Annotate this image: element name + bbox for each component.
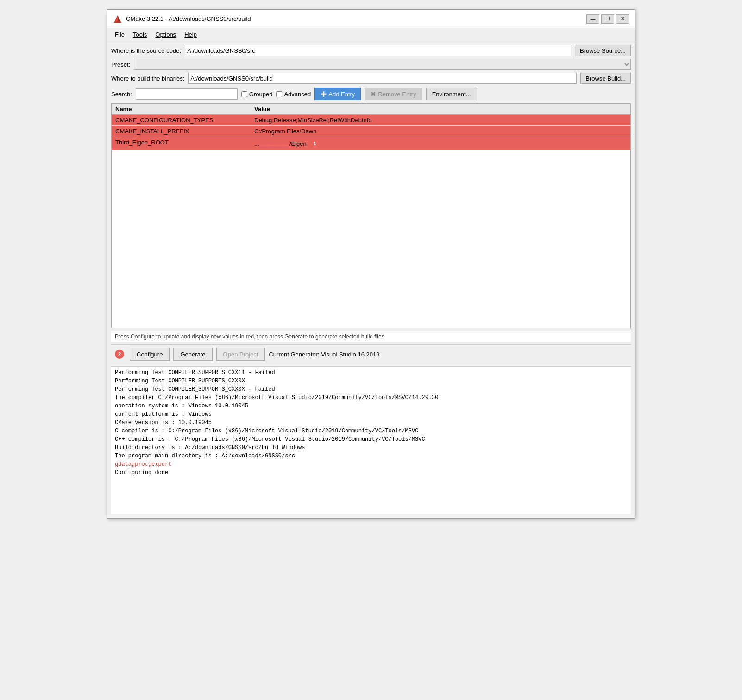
x-icon: ✖: [371, 90, 376, 98]
header-value: Value: [251, 104, 630, 114]
log-line: gdatagprocgexport: [115, 460, 627, 469]
log-line: Build directory is : A:/downloads/GNSS0/…: [115, 444, 627, 452]
search-input[interactable]: [136, 88, 238, 100]
advanced-label: Advanced: [284, 91, 311, 98]
log-line: C++ compiler is : C:/Program Files (x86)…: [115, 435, 627, 444]
menu-tools[interactable]: Tools: [129, 30, 151, 39]
build-row: Where to build the binaries: Browse Buil…: [111, 73, 631, 84]
source-row: Where is the source code: Browse Source.…: [111, 45, 631, 56]
preset-row: Preset:: [111, 59, 631, 70]
grouped-checkbox[interactable]: [241, 91, 247, 97]
table-header: Name Value: [112, 104, 630, 115]
table-row[interactable]: CMAKE_CONFIGURATION_TYPES Debug;Release;…: [112, 115, 630, 126]
row2-value: C:/Program Files/Dawn: [251, 126, 630, 137]
log-line: Configuring done: [115, 469, 627, 477]
log-line: The compiler C:/Program Files (x86)/Micr…: [115, 394, 627, 402]
preset-select[interactable]: [134, 59, 631, 70]
log-panel[interactable]: Performing Test COMPILER_SUPPORTS_CXX11 …: [111, 366, 631, 514]
environment-button[interactable]: Environment...: [426, 88, 477, 100]
menu-options[interactable]: Options: [151, 30, 180, 39]
row1-value: Debug;Release;MinSizeRel;RelWithDebInfo: [251, 115, 630, 125]
cmake-logo-icon: [113, 14, 122, 24]
log-line: CMake version is : 10.0.19045: [115, 419, 627, 427]
build-input[interactable]: [188, 73, 577, 84]
configure-button[interactable]: Configure: [130, 348, 170, 361]
log-line: Performing Test COMPILER_SUPPORTS_CXX0X: [115, 377, 627, 385]
tooltip-badge-1: 1: [310, 139, 320, 148]
add-entry-button[interactable]: ✚ Add Entry: [314, 88, 361, 100]
search-label: Search:: [111, 91, 132, 98]
close-button[interactable]: ✕: [616, 14, 629, 24]
menu-help[interactable]: Help: [181, 30, 201, 39]
table-row[interactable]: Third_Eigen_ROOT ..._________/Eigen 1 Ei…: [112, 137, 630, 150]
header-name: Name: [112, 104, 251, 114]
minimize-button[interactable]: —: [586, 14, 599, 24]
browse-build-button[interactable]: Browse Build...: [580, 73, 631, 84]
action-bar: 2 Configure Generate Open Project Curren…: [111, 344, 631, 363]
log-line: Performing Test COMPILER_SUPPORTS_CXX0X …: [115, 385, 627, 394]
build-label: Where to build the binaries:: [111, 75, 184, 82]
log-line: current platform is : Windows: [115, 410, 627, 419]
menu-file[interactable]: File: [111, 30, 128, 39]
table-row[interactable]: CMAKE_INSTALL_PREFIX C:/Program Files/Da…: [112, 126, 630, 137]
configure-badge: 2: [115, 350, 124, 359]
log-line: The program main directory is : A:/downl…: [115, 452, 627, 460]
add-entry-label: Add Entry: [328, 91, 355, 98]
generate-button[interactable]: Generate: [173, 348, 212, 361]
row3-value: ..._________/Eigen 1 Eigen 目录: [251, 137, 630, 150]
log-line: operation system is : Windows-10.0.19045: [115, 402, 627, 410]
grouped-label: Grouped: [249, 91, 273, 98]
menu-bar: File Tools Options Help: [107, 28, 635, 41]
source-input[interactable]: [185, 45, 571, 56]
browse-source-button[interactable]: Browse Source...: [575, 45, 631, 56]
window-title: CMake 3.22.1 - A:/downloads/GNSS0/src/bu…: [126, 15, 251, 22]
advanced-checkbox[interactable]: [276, 91, 282, 97]
cmake-variables-table: Name Value CMAKE_CONFIGURATION_TYPES Deb…: [111, 103, 631, 328]
open-project-button[interactable]: Open Project: [216, 348, 265, 361]
plus-icon: ✚: [321, 90, 327, 99]
toolbar-row: Search: Grouped Advanced ✚ Add Entry ✖ R…: [111, 88, 631, 100]
row3-name: Third_Eigen_ROOT: [112, 137, 251, 150]
advanced-checkbox-group: Advanced: [276, 91, 311, 98]
row1-name: CMAKE_CONFIGURATION_TYPES: [112, 115, 251, 125]
row2-name: CMAKE_INSTALL_PREFIX: [112, 126, 251, 137]
grouped-checkbox-group: Grouped: [241, 91, 273, 98]
status-message: Press Configure to update and display ne…: [111, 331, 631, 342]
preset-label: Preset:: [111, 61, 130, 68]
remove-entry-button[interactable]: ✖ Remove Entry: [365, 88, 422, 100]
maximize-button[interactable]: ☐: [601, 14, 614, 24]
log-line: C compiler is : C:/Program Files (x86)/M…: [115, 427, 627, 435]
generator-label: Current Generator: Visual Studio 16 2019: [269, 351, 379, 358]
log-line: Performing Test COMPILER_SUPPORTS_CXX11 …: [115, 369, 627, 377]
source-label: Where is the source code:: [111, 47, 181, 54]
remove-entry-label: Remove Entry: [378, 91, 416, 98]
